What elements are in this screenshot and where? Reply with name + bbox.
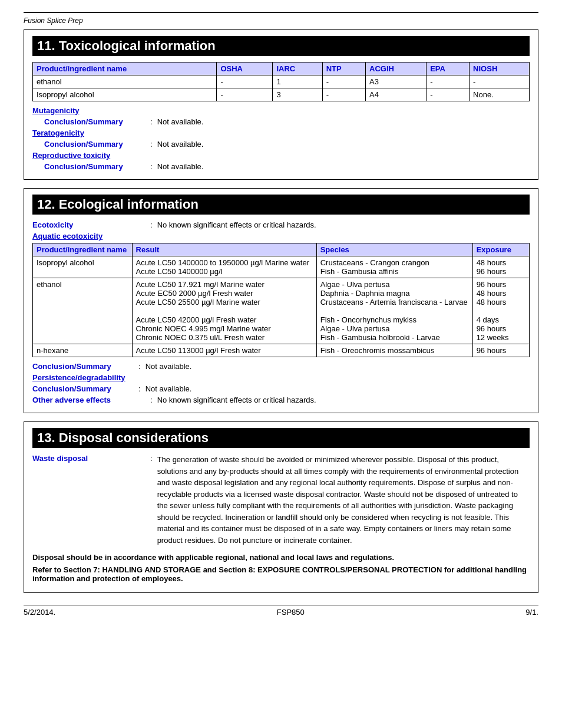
iarc-val: 1 bbox=[273, 75, 322, 88]
persistence-conclusion-value: Not available. bbox=[146, 384, 192, 393]
eco-table: Product/ingredient name Result Species E… bbox=[32, 243, 530, 357]
table-row: ethanol Acute LC50 17.921 mg/l Marine wa… bbox=[33, 278, 530, 344]
tox-table: Product/ingredient name OSHA IARC NTP AC… bbox=[32, 62, 530, 101]
eco-col-ingredient: Product/ingredient name bbox=[33, 243, 133, 256]
table-row: Isopropyl alcohol Acute LC50 1400000 to … bbox=[33, 256, 530, 278]
acgih-val: A3 bbox=[366, 75, 427, 88]
eco-ingredient: Isopropyl alcohol bbox=[33, 256, 133, 278]
ingredient-name: Isopropyl alcohol bbox=[33, 88, 217, 101]
table-row: Isopropyl alcohol - 3 - A4 - None. bbox=[33, 88, 530, 101]
waste-disposal-label: Waste disposal bbox=[32, 454, 150, 551]
colon: : bbox=[150, 140, 153, 149]
reproductive-conclusion: Conclusion/Summary : Not available. bbox=[32, 162, 530, 171]
eco-conclusion-value: Not available. bbox=[146, 362, 192, 371]
persistence-label[interactable]: Persistence/degradability bbox=[32, 373, 150, 382]
persistence-conclusion-label: Conclusion/Summary bbox=[32, 384, 138, 393]
teratogenicity-label[interactable]: Teratogenicity bbox=[32, 129, 150, 137]
colon: : bbox=[138, 362, 141, 371]
eco-exposure: 48 hours 96 hours bbox=[472, 256, 529, 278]
col-acgih: ACGIH bbox=[366, 62, 427, 75]
acgih-val: A4 bbox=[366, 88, 427, 101]
reproductive-conclusion-value: Not available. bbox=[157, 162, 204, 171]
colon: : bbox=[138, 384, 141, 393]
document-header: Fusion Splice Prep bbox=[24, 12, 538, 25]
disposal-notice-1: Disposal should be in accordance with ap… bbox=[32, 553, 530, 562]
eco-col-species: Species bbox=[316, 243, 472, 256]
section-13-title: 13. Disposal considerations bbox=[32, 428, 530, 448]
niosh-val: - bbox=[470, 75, 530, 88]
disposal-notice-2: Refer to Section 7: HANDLING AND STORAGE… bbox=[32, 565, 530, 583]
reproductive-section: Reproductive toxicity bbox=[32, 151, 530, 160]
table-row: ethanol - 1 - A3 - - bbox=[33, 75, 530, 88]
section-13: 13. Disposal considerations Waste dispos… bbox=[24, 421, 538, 593]
eco-ingredient: ethanol bbox=[33, 278, 133, 344]
eco-conclusion: Conclusion/Summary : Not available. bbox=[32, 362, 530, 371]
waste-disposal-row: Waste disposal : The generation of waste… bbox=[32, 454, 530, 551]
section-11: 11. Toxicological information Product/in… bbox=[24, 29, 538, 180]
other-effects-row: Other adverse effects : No known signifi… bbox=[32, 396, 530, 404]
col-osha: OSHA bbox=[217, 62, 273, 75]
ecotoxicity-value: No known significant effects or critical… bbox=[157, 220, 316, 229]
osha-val: - bbox=[217, 88, 273, 101]
mutagenicity-conclusion-value: Not available. bbox=[157, 117, 204, 126]
mutagenicity-conclusion-label: Conclusion/Summary bbox=[44, 117, 150, 126]
col-ntp: NTP bbox=[322, 62, 365, 75]
reproductive-conclusion-label: Conclusion/Summary bbox=[44, 162, 150, 171]
footer-date: 5/2/2014. bbox=[24, 608, 55, 617]
footer-page: 9/1. bbox=[525, 608, 538, 617]
niosh-val: None. bbox=[470, 88, 530, 101]
header-title: Fusion Splice Prep bbox=[24, 17, 83, 25]
teratogenicity-conclusion-value: Not available. bbox=[157, 140, 204, 149]
eco-conclusion-label: Conclusion/Summary bbox=[32, 362, 138, 371]
aquatic-label[interactable]: Aquatic ecotoxicity bbox=[32, 232, 150, 241]
teratogenicity-conclusion: Conclusion/Summary : Not available. bbox=[32, 140, 530, 149]
eco-result: Acute LC50 1400000 to 1950000 µg/l Marin… bbox=[132, 256, 316, 278]
eco-ingredient: n-hexane bbox=[33, 344, 133, 357]
ntp-val: - bbox=[322, 75, 365, 88]
eco-col-result: Result bbox=[132, 243, 316, 256]
colon: : bbox=[150, 396, 153, 404]
aquatic-section: Aquatic ecotoxicity bbox=[32, 232, 530, 241]
ntp-val: - bbox=[322, 88, 365, 101]
persistence-conclusion: Conclusion/Summary : Not available. bbox=[32, 384, 530, 393]
col-epa: EPA bbox=[427, 62, 470, 75]
col-iarc: IARC bbox=[273, 62, 322, 75]
osha-val: - bbox=[217, 75, 273, 88]
eco-col-exposure: Exposure bbox=[472, 243, 529, 256]
colon: : bbox=[150, 162, 153, 171]
mutagenicity-section: Mutagenicity bbox=[32, 106, 530, 115]
col-niosh: NIOSH bbox=[470, 62, 530, 75]
section-12-title: 12. Ecological information bbox=[32, 195, 530, 215]
eco-exposure: 96 hours 48 hours 48 hours 4 days 96 hou… bbox=[472, 278, 529, 344]
eco-result: Acute LC50 17.921 mg/l Marine water Acut… bbox=[132, 278, 316, 344]
section-12: 12. Ecological information Ecotoxicity :… bbox=[24, 188, 538, 413]
iarc-val: 3 bbox=[273, 88, 322, 101]
other-effects-value: No known significant effects or critical… bbox=[157, 396, 316, 404]
eco-species: Crustaceans - Crangon crangon Fish - Gam… bbox=[316, 256, 472, 278]
eco-species: Algae - Ulva pertusa Daphnia - Daphnia m… bbox=[316, 278, 472, 344]
eco-result: Acute LC50 113000 µg/l Fresh water bbox=[132, 344, 316, 357]
ingredient-name: ethanol bbox=[33, 75, 217, 88]
eco-exposure: 96 hours bbox=[472, 344, 529, 357]
colon: : bbox=[150, 117, 153, 126]
epa-val: - bbox=[427, 88, 470, 101]
section-11-title: 11. Toxicological information bbox=[32, 36, 530, 56]
reproductive-label[interactable]: Reproductive toxicity bbox=[32, 151, 150, 160]
col-ingredient: Product/ingredient name bbox=[33, 62, 217, 75]
table-row: n-hexane Acute LC50 113000 µg/l Fresh wa… bbox=[33, 344, 530, 357]
colon: : bbox=[150, 220, 153, 229]
ecotoxicity-label: Ecotoxicity bbox=[32, 220, 150, 229]
waste-disposal-value: The generation of waste should be avoide… bbox=[157, 454, 530, 546]
persistence-section: Persistence/degradability bbox=[32, 373, 530, 382]
epa-val: - bbox=[427, 75, 470, 88]
mutagenicity-label[interactable]: Mutagenicity bbox=[32, 106, 150, 115]
eco-species: Fish - Oreochromis mossambicus bbox=[316, 344, 472, 357]
teratogenicity-section: Teratogenicity bbox=[32, 129, 530, 137]
footer-code: FSP850 bbox=[277, 608, 305, 617]
ecotoxicity-row: Ecotoxicity : No known significant effec… bbox=[32, 220, 530, 229]
mutagenicity-conclusion: Conclusion/Summary : Not available. bbox=[32, 117, 530, 126]
other-effects-label: Other adverse effects bbox=[32, 396, 150, 404]
colon: : bbox=[150, 454, 153, 551]
page-footer: 5/2/2014. FSP850 9/1. bbox=[24, 605, 538, 617]
teratogenicity-conclusion-label: Conclusion/Summary bbox=[44, 140, 150, 149]
